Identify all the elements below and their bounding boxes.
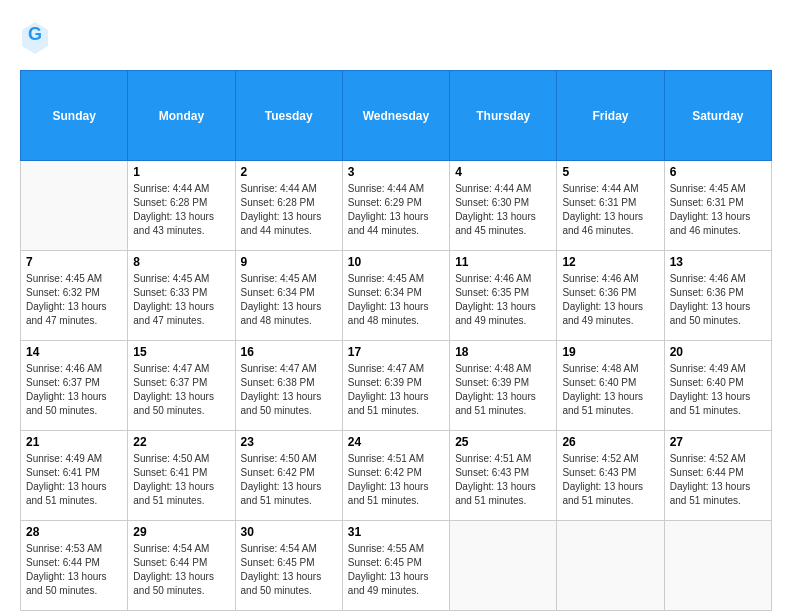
day-number: 7 xyxy=(26,255,122,269)
calendar-cell xyxy=(664,521,771,611)
calendar-cell: 16Sunrise: 4:47 AMSunset: 6:38 PMDayligh… xyxy=(235,341,342,431)
calendar-cell: 29Sunrise: 4:54 AMSunset: 6:44 PMDayligh… xyxy=(128,521,235,611)
logo-icon: G xyxy=(20,20,50,56)
calendar-cell: 8Sunrise: 4:45 AMSunset: 6:33 PMDaylight… xyxy=(128,251,235,341)
day-info: Sunrise: 4:46 AMSunset: 6:35 PMDaylight:… xyxy=(455,272,551,328)
day-number: 15 xyxy=(133,345,229,359)
day-info: Sunrise: 4:46 AMSunset: 6:36 PMDaylight:… xyxy=(670,272,766,328)
day-info: Sunrise: 4:45 AMSunset: 6:32 PMDaylight:… xyxy=(26,272,122,328)
logo: G xyxy=(20,20,54,60)
calendar-header-row: SundayMondayTuesdayWednesdayThursdayFrid… xyxy=(21,71,772,161)
calendar-table: SundayMondayTuesdayWednesdayThursdayFrid… xyxy=(20,70,772,611)
calendar-cell: 31Sunrise: 4:55 AMSunset: 6:45 PMDayligh… xyxy=(342,521,449,611)
calendar-cell: 13Sunrise: 4:46 AMSunset: 6:36 PMDayligh… xyxy=(664,251,771,341)
day-info: Sunrise: 4:52 AMSunset: 6:44 PMDaylight:… xyxy=(670,452,766,508)
day-info: Sunrise: 4:44 AMSunset: 6:28 PMDaylight:… xyxy=(241,182,337,238)
calendar-cell xyxy=(21,161,128,251)
day-number: 22 xyxy=(133,435,229,449)
day-number: 31 xyxy=(348,525,444,539)
day-header-saturday: Saturday xyxy=(664,71,771,161)
calendar-cell: 6Sunrise: 4:45 AMSunset: 6:31 PMDaylight… xyxy=(664,161,771,251)
day-info: Sunrise: 4:46 AMSunset: 6:37 PMDaylight:… xyxy=(26,362,122,418)
day-number: 6 xyxy=(670,165,766,179)
calendar-cell: 1Sunrise: 4:44 AMSunset: 6:28 PMDaylight… xyxy=(128,161,235,251)
day-header-monday: Monday xyxy=(128,71,235,161)
calendar-cell: 15Sunrise: 4:47 AMSunset: 6:37 PMDayligh… xyxy=(128,341,235,431)
day-number: 29 xyxy=(133,525,229,539)
day-info: Sunrise: 4:44 AMSunset: 6:30 PMDaylight:… xyxy=(455,182,551,238)
day-info: Sunrise: 4:46 AMSunset: 6:36 PMDaylight:… xyxy=(562,272,658,328)
day-info: Sunrise: 4:44 AMSunset: 6:31 PMDaylight:… xyxy=(562,182,658,238)
day-number: 23 xyxy=(241,435,337,449)
day-info: Sunrise: 4:50 AMSunset: 6:41 PMDaylight:… xyxy=(133,452,229,508)
week-row-2: 7Sunrise: 4:45 AMSunset: 6:32 PMDaylight… xyxy=(21,251,772,341)
week-row-1: 1Sunrise: 4:44 AMSunset: 6:28 PMDaylight… xyxy=(21,161,772,251)
day-info: Sunrise: 4:51 AMSunset: 6:43 PMDaylight:… xyxy=(455,452,551,508)
svg-text:G: G xyxy=(28,24,42,44)
calendar-cell: 30Sunrise: 4:54 AMSunset: 6:45 PMDayligh… xyxy=(235,521,342,611)
day-number: 17 xyxy=(348,345,444,359)
week-row-5: 28Sunrise: 4:53 AMSunset: 6:44 PMDayligh… xyxy=(21,521,772,611)
day-info: Sunrise: 4:47 AMSunset: 6:39 PMDaylight:… xyxy=(348,362,444,418)
calendar-cell: 7Sunrise: 4:45 AMSunset: 6:32 PMDaylight… xyxy=(21,251,128,341)
calendar-cell: 3Sunrise: 4:44 AMSunset: 6:29 PMDaylight… xyxy=(342,161,449,251)
day-info: Sunrise: 4:47 AMSunset: 6:38 PMDaylight:… xyxy=(241,362,337,418)
calendar-cell: 11Sunrise: 4:46 AMSunset: 6:35 PMDayligh… xyxy=(450,251,557,341)
calendar-cell: 24Sunrise: 4:51 AMSunset: 6:42 PMDayligh… xyxy=(342,431,449,521)
day-info: Sunrise: 4:55 AMSunset: 6:45 PMDaylight:… xyxy=(348,542,444,598)
calendar-cell: 17Sunrise: 4:47 AMSunset: 6:39 PMDayligh… xyxy=(342,341,449,431)
day-info: Sunrise: 4:53 AMSunset: 6:44 PMDaylight:… xyxy=(26,542,122,598)
calendar-cell: 9Sunrise: 4:45 AMSunset: 6:34 PMDaylight… xyxy=(235,251,342,341)
calendar-cell: 14Sunrise: 4:46 AMSunset: 6:37 PMDayligh… xyxy=(21,341,128,431)
calendar-cell: 23Sunrise: 4:50 AMSunset: 6:42 PMDayligh… xyxy=(235,431,342,521)
day-info: Sunrise: 4:45 AMSunset: 6:34 PMDaylight:… xyxy=(241,272,337,328)
day-header-wednesday: Wednesday xyxy=(342,71,449,161)
day-number: 16 xyxy=(241,345,337,359)
day-number: 5 xyxy=(562,165,658,179)
day-number: 20 xyxy=(670,345,766,359)
day-number: 24 xyxy=(348,435,444,449)
day-info: Sunrise: 4:45 AMSunset: 6:33 PMDaylight:… xyxy=(133,272,229,328)
day-info: Sunrise: 4:51 AMSunset: 6:42 PMDaylight:… xyxy=(348,452,444,508)
day-info: Sunrise: 4:54 AMSunset: 6:45 PMDaylight:… xyxy=(241,542,337,598)
day-number: 30 xyxy=(241,525,337,539)
day-info: Sunrise: 4:44 AMSunset: 6:28 PMDaylight:… xyxy=(133,182,229,238)
calendar-cell: 12Sunrise: 4:46 AMSunset: 6:36 PMDayligh… xyxy=(557,251,664,341)
day-header-tuesday: Tuesday xyxy=(235,71,342,161)
day-number: 21 xyxy=(26,435,122,449)
calendar-cell: 4Sunrise: 4:44 AMSunset: 6:30 PMDaylight… xyxy=(450,161,557,251)
day-number: 27 xyxy=(670,435,766,449)
day-number: 11 xyxy=(455,255,551,269)
calendar-cell xyxy=(450,521,557,611)
day-header-thursday: Thursday xyxy=(450,71,557,161)
day-info: Sunrise: 4:49 AMSunset: 6:41 PMDaylight:… xyxy=(26,452,122,508)
day-number: 19 xyxy=(562,345,658,359)
day-number: 1 xyxy=(133,165,229,179)
calendar-cell: 22Sunrise: 4:50 AMSunset: 6:41 PMDayligh… xyxy=(128,431,235,521)
calendar-cell: 21Sunrise: 4:49 AMSunset: 6:41 PMDayligh… xyxy=(21,431,128,521)
day-number: 25 xyxy=(455,435,551,449)
day-number: 18 xyxy=(455,345,551,359)
day-info: Sunrise: 4:54 AMSunset: 6:44 PMDaylight:… xyxy=(133,542,229,598)
calendar-cell xyxy=(557,521,664,611)
day-number: 12 xyxy=(562,255,658,269)
day-info: Sunrise: 4:52 AMSunset: 6:43 PMDaylight:… xyxy=(562,452,658,508)
day-number: 4 xyxy=(455,165,551,179)
day-number: 3 xyxy=(348,165,444,179)
day-number: 26 xyxy=(562,435,658,449)
day-info: Sunrise: 4:45 AMSunset: 6:31 PMDaylight:… xyxy=(670,182,766,238)
calendar-cell: 10Sunrise: 4:45 AMSunset: 6:34 PMDayligh… xyxy=(342,251,449,341)
calendar-cell: 25Sunrise: 4:51 AMSunset: 6:43 PMDayligh… xyxy=(450,431,557,521)
calendar-cell: 18Sunrise: 4:48 AMSunset: 6:39 PMDayligh… xyxy=(450,341,557,431)
day-number: 8 xyxy=(133,255,229,269)
week-row-4: 21Sunrise: 4:49 AMSunset: 6:41 PMDayligh… xyxy=(21,431,772,521)
day-number: 9 xyxy=(241,255,337,269)
calendar-cell: 26Sunrise: 4:52 AMSunset: 6:43 PMDayligh… xyxy=(557,431,664,521)
calendar-cell: 28Sunrise: 4:53 AMSunset: 6:44 PMDayligh… xyxy=(21,521,128,611)
day-number: 28 xyxy=(26,525,122,539)
day-number: 10 xyxy=(348,255,444,269)
day-info: Sunrise: 4:48 AMSunset: 6:39 PMDaylight:… xyxy=(455,362,551,418)
calendar-cell: 5Sunrise: 4:44 AMSunset: 6:31 PMDaylight… xyxy=(557,161,664,251)
week-row-3: 14Sunrise: 4:46 AMSunset: 6:37 PMDayligh… xyxy=(21,341,772,431)
day-header-friday: Friday xyxy=(557,71,664,161)
